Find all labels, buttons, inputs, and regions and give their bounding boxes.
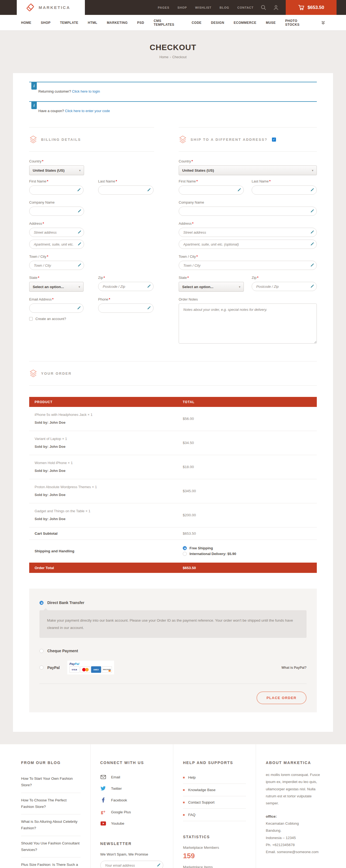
youtube-link[interactable]: Youtube — [100, 818, 163, 829]
cat-nav-marketing[interactable]: MARKETING — [107, 21, 128, 25]
cart-button[interactable]: $653.50 — [286, 0, 337, 15]
help-link[interactable]: Help — [183, 771, 246, 784]
email-icon — [100, 775, 106, 779]
logo[interactable]: MARKETICA — [17, 0, 85, 15]
billing-zip-label: Zip* — [98, 276, 153, 280]
shipping-company-input[interactable] — [179, 207, 317, 216]
cat-nav-html[interactable]: HTML — [88, 21, 97, 25]
footer-blog-column: FROM OUR BLOG How To Start Your Own Fash… — [11, 744, 90, 868]
blog-link[interactable]: How To Choose The Perfect Fashion Store? — [21, 793, 80, 815]
cart-subtotal-value: $653.50 — [183, 531, 317, 535]
blog-link[interactable]: Should You Use Fashion Consultant Servic… — [21, 836, 80, 858]
top-nav-shop[interactable]: SHOP — [178, 6, 187, 9]
faq-link[interactable]: FAQ — [183, 809, 246, 821]
top-nav-pages[interactable]: PAGES — [158, 6, 170, 9]
ship-to-different-address-checkbox[interactable]: ✓ — [272, 137, 276, 142]
billing-phone-label: Phone* — [98, 297, 153, 301]
order-total-label: Order Total — [29, 566, 183, 570]
shipping-zip-input[interactable] — [252, 282, 317, 291]
top-nav-blog[interactable]: BLOG — [219, 6, 229, 9]
cat-nav-design[interactable]: DESIGN — [211, 21, 224, 25]
billing-zip-input[interactable] — [98, 282, 153, 291]
formfill-pen-icon — [310, 188, 314, 192]
cat-nav-home[interactable]: HOME — [21, 21, 31, 25]
site-header: MARKETICA PAGES SHOP WISHLIST BLOG CONTA… — [0, 0, 346, 15]
cat-nav-ecommerce[interactable]: ECOMMERCE — [234, 21, 256, 25]
payment-method-paypal-radio[interactable]: PayPal PayPal VISA AMEX DISCOVER What is… — [39, 661, 307, 675]
billing-street-input[interactable] — [29, 228, 84, 237]
billing-town-label: Town / City* — [29, 254, 84, 258]
returning-customer-text: Returning customer? — [38, 89, 71, 93]
billing-email-input[interactable] — [29, 304, 83, 313]
radio-selected-icon — [183, 546, 187, 550]
create-account-checkbox[interactable]: Create an account? — [29, 317, 154, 321]
shipping-last-name-label: Last Name* — [252, 179, 317, 183]
billing-company-input[interactable] — [29, 207, 84, 216]
coupon-link[interactable]: Click here to enter your code — [65, 109, 110, 113]
googleplus-icon: g+ — [100, 809, 106, 814]
facebook-link[interactable]: Facebook — [100, 794, 163, 806]
login-link[interactable]: Click here to login — [72, 89, 100, 93]
shipping-option-free-radio[interactable]: Free Shipping — [183, 546, 317, 550]
user-icon[interactable] — [273, 0, 279, 15]
billing-country-select[interactable]: United States (US)▾ — [29, 165, 84, 175]
knowledge-base-link[interactable]: Knowladge Base — [183, 784, 246, 796]
cat-nav-shop[interactable]: SHOP — [41, 21, 50, 25]
product-name: iPhone 5s with Headphones Jack × 1 — [35, 413, 183, 417]
cat-nav-muse[interactable]: MUSE — [266, 21, 276, 25]
cat-nav-photo-stocks[interactable]: PHOTO STOCKS — [285, 19, 312, 27]
blog-link[interactable]: Plus Size Fashion: Is There Such a Thing… — [21, 858, 80, 868]
order-notes-textarea[interactable] — [179, 304, 317, 344]
shipping-street-input[interactable] — [179, 228, 317, 237]
top-nav-wishlist[interactable]: WISHLIST — [195, 6, 212, 9]
contact-support-link[interactable]: Contact Support — [183, 796, 246, 809]
billing-apartment-input[interactable] — [29, 240, 84, 249]
billing-town-input[interactable] — [29, 261, 84, 270]
amex-card-icon: AMEX — [91, 666, 101, 673]
about-text: ec mollis lorem consequat. Fusce ipsum e… — [266, 771, 325, 807]
email-link[interactable]: Email — [100, 771, 163, 783]
breadcrumb-home[interactable]: Home — [160, 55, 168, 59]
cat-nav-template[interactable]: TEMPLATE — [60, 21, 78, 25]
shipping-option-international-radio[interactable]: International Delivery: $5.90 — [183, 552, 317, 556]
formfill-pen-icon — [77, 188, 81, 192]
cat-nav-code[interactable]: CODE — [192, 21, 202, 25]
what-is-paypal-link[interactable]: What is PayPal? — [281, 666, 307, 670]
shipping-country-select[interactable]: United States (US)▾ — [179, 165, 317, 175]
chevron-double-down-icon[interactable] — [321, 21, 325, 25]
billing-state-select[interactable]: Select an option...▾ — [29, 282, 83, 291]
shipping-company-label: Company Name — [179, 200, 317, 205]
top-nav-contact[interactable]: CONTACT — [237, 6, 253, 9]
radio-unselected-icon — [39, 665, 43, 670]
payment-method-bank-radio[interactable]: Direct Bank Transfer — [39, 600, 307, 605]
cart-icon — [298, 5, 305, 10]
square-bullet-icon — [183, 777, 185, 778]
shipping-last-name-input[interactable] — [252, 185, 317, 195]
billing-first-name-label: First Name* — [29, 179, 83, 183]
blog-link[interactable]: What is So Alluring About Celebrity Fash… — [21, 814, 80, 836]
twitter-link[interactable]: Twitter — [100, 783, 163, 794]
order-total-row: Order Total $653.50 — [29, 563, 317, 573]
billing-last-name-input[interactable] — [98, 185, 153, 195]
billing-phone-input[interactable] — [98, 304, 153, 313]
shipping-town-input[interactable] — [179, 261, 317, 270]
place-order-button[interactable]: PLACE ORDER — [256, 691, 307, 704]
create-account-label: Create an account? — [35, 317, 66, 321]
billing-email-label: Email Address* — [29, 297, 83, 301]
shipping-state-select[interactable]: Select an option...▾ — [179, 282, 244, 291]
layers-icon — [30, 136, 37, 143]
payment-cards-image: PayPal VISA AMEX DISCOVER — [67, 661, 114, 675]
cart-subtotal-label: Cart Subtotal — [29, 531, 183, 535]
newsletter-email-input[interactable] — [100, 861, 163, 868]
billing-state-label: State* — [29, 276, 83, 280]
cat-nav-psd[interactable]: PSD — [137, 21, 144, 25]
payment-method-cheque-radio[interactable]: Cheque Payment — [39, 649, 307, 653]
footer-connect-column: CONNECT WITH US Email Twitter Facebook g… — [90, 744, 173, 868]
billing-first-name-input[interactable] — [29, 185, 83, 195]
blog-link[interactable]: How To Start Your Own Fashion Store? — [21, 771, 80, 793]
googleplus-link[interactable]: g+ Google Plus — [100, 806, 163, 818]
shipping-apartment-input[interactable] — [179, 240, 317, 249]
cat-nav-cms-templates[interactable]: CMS TEMPLATES — [153, 19, 182, 27]
search-icon[interactable] — [261, 0, 266, 15]
shipping-first-name-input[interactable] — [179, 185, 244, 195]
